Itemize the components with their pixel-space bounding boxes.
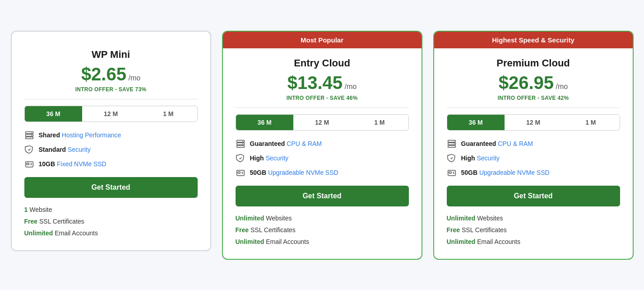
- divider: [236, 108, 409, 108]
- feature-text: High Security: [250, 154, 289, 162]
- shield-icon: [447, 153, 457, 163]
- term-selector: 36 M12 M1 M: [24, 106, 198, 122]
- svg-point-13: [242, 143, 243, 144]
- ssd-icon: [236, 168, 246, 178]
- feature-text: High Security: [461, 154, 500, 162]
- ssd-icon: [24, 159, 34, 169]
- ssd-icon: [447, 168, 457, 178]
- feature-item: 50GB Upgradeable NVMe SSD: [447, 168, 620, 178]
- bottom-feature-item: Free SSL Certificates: [236, 226, 409, 234]
- bottom-feature-item: Unlimited Email Accounts: [447, 238, 620, 245]
- shield-icon: [236, 153, 246, 163]
- svg-point-3: [31, 132, 32, 133]
- bottom-features: Unlimited WebsitesFree SSL CertificatesU…: [236, 215, 409, 245]
- term-btn[interactable]: 36 M: [25, 106, 82, 122]
- get-started-button[interactable]: Get Started: [236, 186, 409, 206]
- price-amount: $26.95: [499, 73, 554, 93]
- price-period: /mo: [343, 83, 357, 90]
- svg-point-12: [242, 140, 243, 141]
- features-list: Guaranteed CPU & RAM High Security 50GB …: [447, 139, 620, 178]
- price-row: $26.95 /mo: [447, 73, 620, 93]
- svg-rect-1: [25, 134, 33, 136]
- feature-text: Standard Security: [39, 146, 91, 153]
- plan-card-wp-mini: WP Mini $2.65 /mo INTRO OFFER - SAVE 73%…: [11, 31, 211, 251]
- feature-item: High Security: [236, 153, 409, 163]
- server-icon: [236, 139, 246, 149]
- feature-text: Shared Hosting Performance: [39, 131, 121, 139]
- plan-badge: Most Popular: [223, 32, 422, 48]
- feature-item: High Security: [447, 153, 620, 163]
- svg-rect-0: [25, 131, 33, 133]
- term-btn[interactable]: 1 M: [351, 115, 408, 130]
- plan-card-entry-cloud: Most PopularEntry Cloud $13.45 /mo INTRO…: [222, 31, 422, 260]
- pricing-container: WP Mini $2.65 /mo INTRO OFFER - SAVE 73%…: [11, 31, 634, 260]
- divider: [447, 108, 620, 108]
- feature-item: 50GB Upgradeable NVMe SSD: [236, 168, 409, 178]
- plan-name: WP Mini: [24, 49, 198, 61]
- svg-point-4: [31, 135, 32, 136]
- term-btn[interactable]: 1 M: [139, 106, 197, 122]
- feature-item: 10GB Fixed NVMe SSD: [24, 159, 198, 169]
- price-amount: $2.65: [81, 64, 126, 84]
- bottom-feature-item: Unlimited Email Accounts: [236, 238, 409, 245]
- feature-text: 50GB Upgradeable NVMe SSD: [250, 169, 338, 176]
- price-period: /mo: [126, 74, 140, 82]
- features-list: Shared Hosting Performance Standard Secu…: [24, 130, 198, 169]
- term-btn[interactable]: 36 M: [447, 115, 505, 130]
- feature-item: Guaranteed CPU & RAM: [447, 139, 620, 149]
- feature-text: Guaranteed CPU & RAM: [461, 140, 533, 147]
- feature-text: Guaranteed CPU & RAM: [250, 140, 322, 147]
- price-period: /mo: [554, 83, 568, 90]
- bottom-features: 1 WebsiteFree SSL CertificatesUnlimited …: [24, 206, 198, 237]
- get-started-button[interactable]: Get Started: [24, 177, 198, 198]
- feature-item: Shared Hosting Performance: [24, 130, 198, 140]
- plan-name: Premium Cloud: [447, 57, 620, 69]
- bottom-feature-item: 1 Website: [24, 206, 198, 213]
- bottom-feature-item: Unlimited Websites: [447, 215, 620, 222]
- intro-offer: INTRO OFFER - SAVE 73%: [24, 86, 198, 93]
- get-started-button[interactable]: Get Started: [447, 186, 620, 206]
- term-btn[interactable]: 12 M: [505, 115, 562, 130]
- term-btn[interactable]: 1 M: [562, 115, 619, 130]
- feature-text: 10GB Fixed NVMe SSD: [39, 160, 107, 168]
- plan-badge: Highest Speed & Security: [434, 32, 633, 48]
- feature-item: Standard Security: [24, 145, 198, 154]
- server-icon: [24, 130, 34, 140]
- feature-item: Guaranteed CPU & RAM: [236, 139, 409, 149]
- term-btn[interactable]: 12 M: [82, 106, 139, 122]
- bottom-feature-item: Free SSL Certificates: [24, 218, 198, 225]
- svg-rect-2: [25, 137, 33, 139]
- intro-offer: INTRO OFFER - SAVE 46%: [236, 95, 409, 101]
- svg-rect-11: [236, 145, 244, 147]
- intro-offer: INTRO OFFER - SAVE 42%: [447, 95, 620, 101]
- svg-point-21: [454, 140, 454, 141]
- feature-text: 50GB Upgradeable NVMe SSD: [461, 169, 550, 176]
- divider: [24, 99, 198, 99]
- plan-card-premium-cloud: Highest Speed & SecurityPremium Cloud $2…: [433, 31, 634, 260]
- svg-rect-20: [448, 145, 455, 147]
- price-row: $13.45 /mo: [236, 73, 409, 93]
- price-row: $2.65 /mo: [24, 64, 198, 84]
- plan-name: Entry Cloud: [236, 57, 409, 69]
- bottom-feature-item: Unlimited Email Accounts: [24, 229, 198, 237]
- svg-rect-15: [238, 172, 240, 173]
- shield-icon: [24, 145, 34, 154]
- bottom-feature-item: Free SSL Certificates: [447, 226, 620, 234]
- svg-point-22: [454, 143, 454, 144]
- price-amount: $13.45: [287, 73, 343, 93]
- bottom-features: Unlimited WebsitesFree SSL CertificatesU…: [447, 215, 620, 245]
- bottom-feature-item: Unlimited Websites: [236, 215, 409, 222]
- svg-rect-24: [449, 172, 451, 173]
- term-btn[interactable]: 36 M: [236, 115, 293, 130]
- term-selector: 36 M12 M1 M: [447, 114, 620, 131]
- svg-rect-6: [27, 163, 29, 164]
- term-btn[interactable]: 12 M: [293, 115, 351, 130]
- server-icon: [447, 139, 457, 149]
- term-selector: 36 M12 M1 M: [236, 114, 409, 131]
- features-list: Guaranteed CPU & RAM High Security 50GB …: [236, 139, 409, 178]
